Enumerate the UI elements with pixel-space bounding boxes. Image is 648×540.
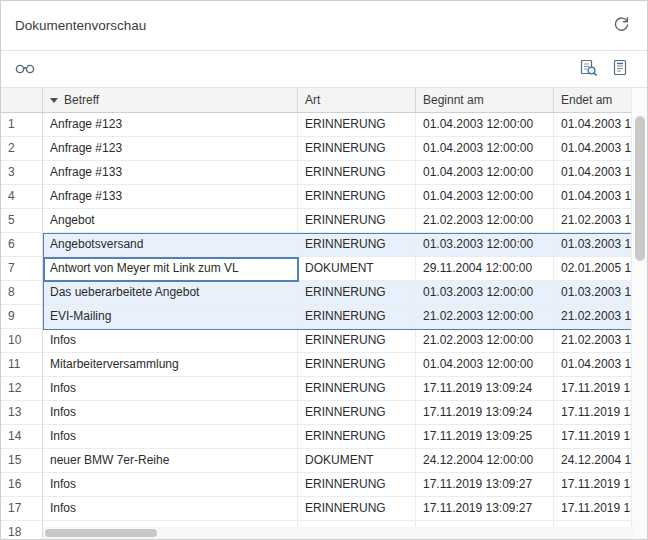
row-number-cell[interactable]: 6 <box>1 233 43 257</box>
cell-endet[interactable]: 01.04.2003 12:00:00 <box>554 353 633 377</box>
row-number-cell[interactable]: 15 <box>1 449 43 473</box>
cell-beginnt[interactable]: 17.11.2019 13:09:25 <box>416 425 554 449</box>
cell-beginnt[interactable]: 17.11.2019 13:09:27 <box>416 497 554 521</box>
cell-endet[interactable]: 17.11.2019 13:09:24 <box>554 377 633 401</box>
table-row[interactable]: 16InfosERINNERUNG17.11.2019 13:09:2717.1… <box>1 473 633 497</box>
cell-endet[interactable]: 01.03.2003 12:00:00 <box>554 281 633 305</box>
cell-betreff[interactable]: Anfrage #123 <box>43 113 298 137</box>
cell-art[interactable]: ERINNERUNG <box>298 233 416 257</box>
cell-betreff[interactable]: Anfrage #133 <box>43 185 298 209</box>
horizontal-scrollbar[interactable] <box>43 527 633 539</box>
row-number-cell[interactable]: 18 <box>1 521 43 539</box>
cell-endet[interactable]: 24.12.2004 12:00:00 <box>554 449 633 473</box>
table-row[interactable]: 17InfosERINNERUNG17.11.2019 13:09:2717.1… <box>1 497 633 521</box>
cell-art[interactable]: ERINNERUNG <box>298 113 416 137</box>
cell-endet[interactable]: 01.03.2003 12:00:00 <box>554 233 633 257</box>
cell-betreff[interactable]: Anfrage #123 <box>43 137 298 161</box>
table-row[interactable]: 5AngebotERINNERUNG21.02.2003 12:00:0021.… <box>1 209 633 233</box>
cell-art[interactable]: ERINNERUNG <box>298 209 416 233</box>
cell-beginnt[interactable]: 01.03.2003 12:00:00 <box>416 233 554 257</box>
cell-art[interactable]: ERINNERUNG <box>298 185 416 209</box>
table-row[interactable]: 1Anfrage #123ERINNERUNG01.04.2003 12:00:… <box>1 113 633 137</box>
row-number-cell[interactable]: 8 <box>1 281 43 305</box>
cell-betreff[interactable]: Mitarbeiterversammlung <box>43 353 298 377</box>
cell-endet[interactable]: 02.01.2005 12:00:00 <box>554 257 633 281</box>
cell-betreff[interactable]: EVI-Mailing <box>43 305 298 329</box>
column-header-art[interactable]: Art <box>298 88 416 113</box>
table-row[interactable]: 7Antwort von Meyer mit Link zum VLDOKUME… <box>1 257 633 281</box>
table-row[interactable]: 9EVI-MailingERINNERUNG21.02.2003 12:00:0… <box>1 305 633 329</box>
column-header-rownum[interactable] <box>1 88 43 113</box>
cell-betreff[interactable]: neuer BMW 7er-Reihe <box>43 449 298 473</box>
cell-betreff[interactable]: Infos <box>43 497 298 521</box>
table-row[interactable]: 4Anfrage #133ERINNERUNG01.04.2003 12:00:… <box>1 185 633 209</box>
row-number-cell[interactable]: 9 <box>1 305 43 329</box>
cell-art[interactable]: ERINNERUNG <box>298 329 416 353</box>
cell-endet[interactable]: 21.02.2003 12:00:00 <box>554 209 633 233</box>
cell-endet[interactable]: 21.02.2003 12:00:00 <box>554 329 633 353</box>
cell-art[interactable]: ERINNERUNG <box>298 161 416 185</box>
horizontal-scrollbar-thumb[interactable] <box>45 529 157 537</box>
cell-betreff[interactable]: Infos <box>43 329 298 353</box>
cell-betreff[interactable]: Angebotsversand <box>43 233 298 257</box>
document-preview-button[interactable] <box>609 56 632 83</box>
cell-endet[interactable]: 01.04.2003 12:00:00 <box>554 185 633 209</box>
column-header-beginnt-am[interactable]: Beginnt am <box>416 88 554 113</box>
cell-endet[interactable]: 01.04.2003 12:00:00 <box>554 137 633 161</box>
table-row[interactable]: 6AngebotsversandERINNERUNG01.03.2003 12:… <box>1 233 633 257</box>
row-number-cell[interactable]: 7 <box>1 257 43 281</box>
cell-endet[interactable]: 01.04.2003 12:00:00 <box>554 113 633 137</box>
cell-endet[interactable]: 17.11.2019 13:09:27 <box>554 473 633 497</box>
cell-art[interactable]: ERINNERUNG <box>298 353 416 377</box>
cell-endet[interactable]: 17.11.2019 13:09:25 <box>554 425 633 449</box>
table-row[interactable]: 2Anfrage #123ERINNERUNG01.04.2003 12:00:… <box>1 137 633 161</box>
cell-beginnt[interactable]: 01.04.2003 12:00:00 <box>416 161 554 185</box>
cell-beginnt[interactable]: 17.11.2019 13:09:27 <box>416 473 554 497</box>
table-row[interactable]: 10InfosERINNERUNG21.02.2003 12:00:0021.0… <box>1 329 633 353</box>
vertical-scrollbar-thumb[interactable] <box>635 116 645 261</box>
row-number-cell[interactable]: 4 <box>1 185 43 209</box>
table-row[interactable]: 15neuer BMW 7er-ReiheDOKUMENT24.12.2004 … <box>1 449 633 473</box>
row-number-cell[interactable]: 2 <box>1 137 43 161</box>
cell-beginnt[interactable]: 24.12.2004 12:00:00 <box>416 449 554 473</box>
cell-betreff[interactable]: Infos <box>43 425 298 449</box>
cell-art[interactable]: DOKUMENT <box>298 449 416 473</box>
cell-endet[interactable]: 17.11.2019 13:09:27 <box>554 497 633 521</box>
table-row[interactable]: 8Das ueberarbeitete AngebotERINNERUNG01.… <box>1 281 633 305</box>
vertical-scrollbar[interactable] <box>631 88 647 539</box>
cell-beginnt[interactable]: 17.11.2019 13:09:24 <box>416 401 554 425</box>
cell-beginnt[interactable]: 01.03.2003 12:00:00 <box>416 281 554 305</box>
row-number-cell[interactable]: 14 <box>1 425 43 449</box>
cell-betreff[interactable]: Anfrage #133 <box>43 161 298 185</box>
row-number-cell[interactable]: 17 <box>1 497 43 521</box>
cell-art[interactable]: ERINNERUNG <box>298 377 416 401</box>
row-number-cell[interactable]: 10 <box>1 329 43 353</box>
cell-beginnt[interactable]: 01.04.2003 12:00:00 <box>416 113 554 137</box>
cell-art[interactable]: ERINNERUNG <box>298 497 416 521</box>
cell-art[interactable]: ERINNERUNG <box>298 305 416 329</box>
cell-betreff[interactable]: Infos <box>43 377 298 401</box>
cell-endet[interactable]: 17.11.2019 13:09:24 <box>554 401 633 425</box>
row-number-cell[interactable]: 11 <box>1 353 43 377</box>
cell-art[interactable]: ERINNERUNG <box>298 473 416 497</box>
cell-art[interactable]: ERINNERUNG <box>298 281 416 305</box>
column-header-betreff[interactable]: Betreff <box>43 88 298 113</box>
table-row[interactable]: 12InfosERINNERUNG17.11.2019 13:09:2417.1… <box>1 377 633 401</box>
cell-beginnt[interactable]: 21.02.2003 12:00:00 <box>416 329 554 353</box>
cell-beginnt[interactable]: 21.02.2003 12:00:00 <box>416 209 554 233</box>
cell-betreff[interactable]: Infos <box>43 473 298 497</box>
view-glasses-button[interactable] <box>12 57 38 81</box>
table-row[interactable]: 14InfosERINNERUNG17.11.2019 13:09:2517.1… <box>1 425 633 449</box>
preview-zoom-button[interactable] <box>576 56 601 83</box>
row-number-cell[interactable]: 13 <box>1 401 43 425</box>
cell-endet[interactable]: 21.02.2003 12:00:00 <box>554 305 633 329</box>
row-number-cell[interactable]: 3 <box>1 161 43 185</box>
cell-art[interactable]: ERINNERUNG <box>298 137 416 161</box>
cell-beginnt[interactable]: 29.11.2004 12:00:00 <box>416 257 554 281</box>
table-row[interactable]: 13InfosERINNERUNG17.11.2019 13:09:2417.1… <box>1 401 633 425</box>
row-number-cell[interactable]: 5 <box>1 209 43 233</box>
column-header-endet-am[interactable]: Endet am <box>554 88 633 113</box>
refresh-button[interactable] <box>610 13 633 39</box>
cell-betreff[interactable]: Infos <box>43 401 298 425</box>
row-number-cell[interactable]: 12 <box>1 377 43 401</box>
